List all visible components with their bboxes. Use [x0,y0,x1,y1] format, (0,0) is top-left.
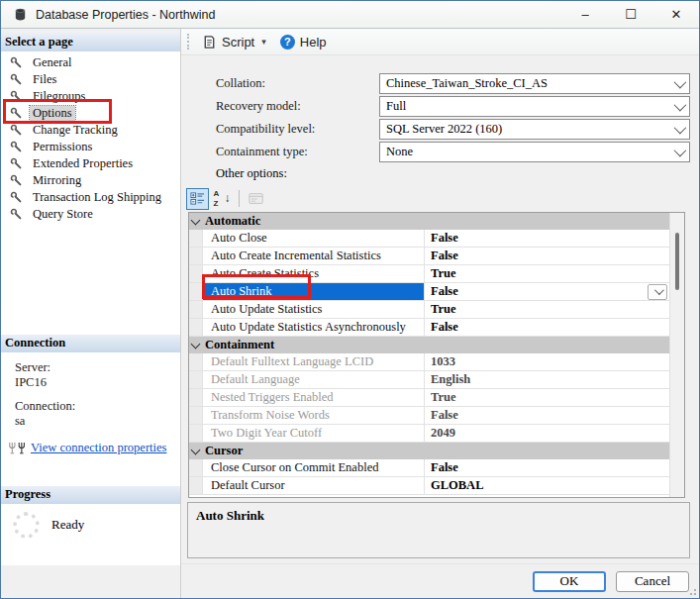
wrench-icon [10,107,23,120]
wrench-icon [10,208,23,221]
server-value: IPC16 [15,375,176,390]
toolbar-grip[interactable] [187,34,190,50]
property-row[interactable]: Default Language English [189,371,669,389]
title-bar[interactable]: Database Properties - Northwind – ☐ ✕ [1,1,699,29]
database-icon [13,7,28,22]
dialog-button-bar: OK Cancel [181,563,699,598]
connection-properties-icon [8,441,27,455]
property-row[interactable]: Two Digit Year Cutoff 2049 [189,425,669,443]
wrench-icon [10,73,23,86]
property-row-auto-shrink[interactable]: Auto Shrink False [189,283,669,301]
sidebar-item-files[interactable]: Files [1,71,180,88]
wrench-icon [10,191,23,204]
help-icon: ? [280,35,295,50]
select-a-page-header: Select a page [1,34,180,51]
view-connection-properties-link[interactable]: View connection properties [31,441,166,455]
property-pages-button [245,188,267,210]
property-row[interactable]: Default Fulltext Language LCID 1033 [189,353,669,371]
property-row[interactable]: Auto Update Statistics True [189,301,669,319]
dialog-toolbar: Script ▾ ? Help [181,29,699,55]
categorized-icon [190,191,205,206]
sidebar-item-extended-properties[interactable]: Extended Properties [1,155,180,172]
sidebar-item-permissions[interactable]: Permissions [1,139,180,155]
wrench-icon [10,124,23,137]
recovery-model-select[interactable]: Full [379,96,690,117]
property-row[interactable]: Default Cursor GLOBAL [189,477,669,495]
resize-grip[interactable] [687,586,697,596]
compatibility-level-select[interactable]: SQL Server 2022 (160) [379,119,690,140]
category-row-cursor[interactable]: Cursor [189,443,669,459]
database-properties-dialog: Database Properties - Northwind – ☐ ✕ Se… [0,0,700,599]
collapse-chevron-icon [191,445,201,454]
sidebar-item-filegroups[interactable]: Filegroups [1,88,180,105]
recovery-model-label: Recovery model: [216,99,379,114]
sidebar-item-query-store[interactable]: Query Store [1,206,180,223]
help-label: Help [300,35,327,50]
window-title: Database Properties - Northwind [36,8,215,22]
grid-scrollbar[interactable] [669,213,684,497]
collapse-chevron-icon [191,215,201,225]
other-options-label: Other options: [216,166,690,182]
wrench-icon [10,90,23,103]
progress-header: Progress [1,486,180,504]
categorized-button[interactable] [186,188,209,210]
cancel-button[interactable]: Cancel [616,571,689,592]
property-grid-toolbar: A Z ↓ [186,187,690,210]
progress-panel: Ready [1,504,180,565]
collapse-chevron-icon [191,339,201,349]
collation-label: Collation: [216,76,379,91]
property-row[interactable]: Auto Create Statistics True [189,265,669,283]
category-row-automatic[interactable]: Automatic [189,213,669,230]
property-row[interactable]: Transform Noise Words False [189,407,669,425]
wrench-icon [10,141,23,153]
scrollbar-thumb[interactable] [675,233,679,290]
property-row[interactable]: Close Cursor on Commit Enabled False [189,459,669,477]
containment-type-select[interactable]: None [379,142,690,162]
sidebar-item-mirroring[interactable]: Mirroring [1,172,180,189]
wrench-icon [10,56,23,69]
connection-panel: Server: IPC16 Connection: sa View connec… [1,352,180,486]
property-row[interactable]: Auto Create Incremental Statistics False [189,248,669,265]
chevron-down-icon [674,76,687,89]
toolbar-separator [239,190,240,207]
compatibility-level-label: Compatibility level: [216,122,379,137]
sidebar-item-general[interactable]: General [1,54,180,71]
sidebar-item-options[interactable]: Options [1,105,180,122]
chevron-down-icon [674,145,687,157]
ok-button[interactable]: OK [533,571,606,592]
sidebar-item-transaction-log-shipping[interactable]: Transaction Log Shipping [1,189,180,206]
alphabetical-sort-button[interactable]: A Z ↓ [210,188,233,210]
main-panel: Script ▾ ? Help Collation: Chinese_Taiwa… [181,29,699,598]
property-grid: Automatic Auto Close False Auto Create I… [188,212,685,498]
progress-status: Ready [51,517,84,533]
script-label: Script [222,35,254,50]
server-label: Server: [15,360,176,375]
chevron-down-icon[interactable]: ▾ [261,37,266,47]
property-row[interactable]: Nested Triggers Enabled True [189,389,669,407]
collation-select[interactable]: Chinese_Taiwan_Stroke_CI_AS [379,73,690,94]
property-row[interactable]: Auto Close False [189,230,669,248]
property-description-panel: Auto Shrink [187,502,690,558]
connection-header: Connection [1,335,180,352]
property-row[interactable]: Auto Update Statistics Asynchronously Fa… [189,319,669,337]
sidebar-item-change-tracking[interactable]: Change Tracking [1,122,180,139]
minimize-button[interactable]: – [562,1,608,28]
maximize-button[interactable]: ☐ [608,1,653,28]
script-button[interactable]: Script ▾ [198,32,270,52]
wrench-icon [10,157,23,170]
value-dropdown-button[interactable] [648,284,667,300]
chevron-down-icon [674,122,687,135]
containment-type-label: Containment type: [216,145,379,159]
page-list: General Files Filegroups Options Change … [1,51,180,335]
help-button[interactable]: ? Help [276,32,331,52]
wrench-icon [10,174,23,187]
connection-label: Connection: [15,399,176,414]
category-row-containment[interactable]: Containment [189,337,669,353]
chevron-down-icon [653,285,663,295]
script-icon [202,35,217,50]
sidebar: Select a page General Files Filegroups O… [1,29,181,598]
chevron-down-icon [674,99,687,112]
connection-value: sa [15,414,176,429]
close-button[interactable]: ✕ [653,1,699,28]
sort-alphabetical-icon: A Z ↓ [214,191,230,207]
